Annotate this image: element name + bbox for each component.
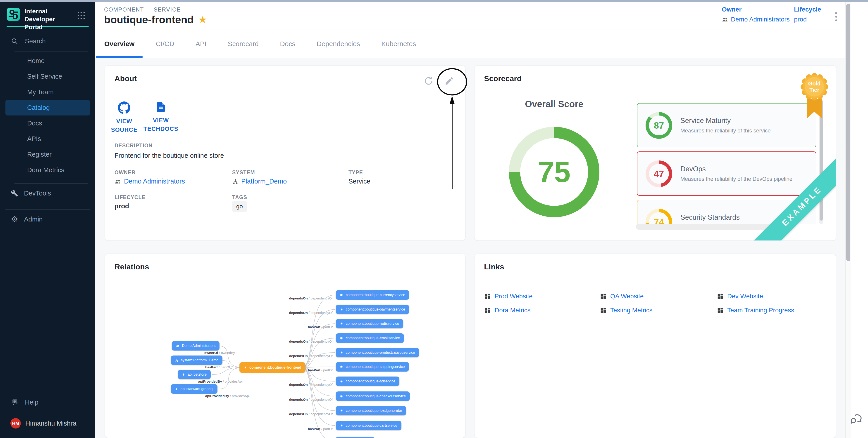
group-icon bbox=[722, 16, 728, 23]
tab-api[interactable]: API bbox=[187, 30, 215, 58]
graph-node-component-boutique-emailservice[interactable]: component:boutique-emailservice bbox=[336, 333, 404, 343]
link-label: Testing Metrics bbox=[610, 307, 653, 314]
link-qa-website[interactable]: QA Website bbox=[600, 292, 717, 301]
graph-node-component-boutique-frontend[interactable]: component:boutique-frontend bbox=[239, 362, 305, 373]
svg-text:Gold: Gold bbox=[808, 80, 821, 87]
graph-node-label: component:boutique-paymentservice bbox=[346, 307, 405, 311]
score-item-name: Service Maturity bbox=[680, 116, 816, 125]
sidebar-item-catalog[interactable]: Catalog bbox=[5, 100, 90, 115]
devtools-label: DevTools bbox=[24, 190, 51, 197]
graph-node-api-petstore[interactable]: api:petstore bbox=[178, 370, 211, 379]
sidebar-item-docs[interactable]: Docs bbox=[5, 115, 90, 131]
tab-kubernetes[interactable]: Kubernetes bbox=[373, 30, 424, 58]
chat-bubbles-icon[interactable] bbox=[849, 412, 864, 427]
sidebar-item-admin[interactable]: ⚙ Admin bbox=[0, 211, 95, 227]
link-dev-website[interactable]: Dev Website bbox=[717, 292, 794, 301]
page-scrollbar[interactable] bbox=[845, 2, 851, 438]
sidebar-item-help[interactable]: ? Help bbox=[11, 398, 95, 406]
score-item-description: Measures the reliability of this service bbox=[680, 128, 816, 134]
score-item-devops[interactable]: 47DevOpsMeasures the reliability of the … bbox=[637, 151, 816, 196]
graph-node-component-boutique-loadgenerator[interactable]: component:boutique-loadgenerator bbox=[336, 406, 406, 415]
graph-node-item[interactable] bbox=[336, 437, 374, 438]
app-logo-icon[interactable] bbox=[7, 8, 20, 21]
system-field-link[interactable]: Platform_Demo bbox=[232, 178, 287, 185]
graph-node-component-boutique-adservice[interactable]: component:boutique-adservice bbox=[336, 376, 399, 386]
github-icon bbox=[118, 101, 130, 114]
graph-node-component-boutique-currencyservice[interactable]: component:boutique-currencyservice bbox=[336, 290, 409, 300]
score-item-service-maturity[interactable]: 87Service MaturityMeasures the reliabili… bbox=[637, 103, 816, 147]
sidebar-user[interactable]: HM Himanshu Mishra bbox=[10, 418, 95, 429]
link-label: QA Website bbox=[610, 293, 644, 300]
link-team-training-progress[interactable]: Team Training Progress bbox=[717, 306, 794, 315]
svg-text:Tier: Tier bbox=[809, 87, 819, 93]
favorite-star-icon[interactable]: ★ bbox=[198, 15, 207, 25]
sidebar-item-devtools[interactable]: DevTools bbox=[0, 185, 95, 201]
dashboard-icon bbox=[600, 293, 607, 300]
graph-node-label: component:boutique-redisservice bbox=[346, 322, 399, 326]
tab-docs[interactable]: Docs bbox=[272, 30, 304, 58]
graph-node-component-boutique-redisservice[interactable]: component:boutique-redisservice bbox=[336, 319, 403, 328]
link-testing-metrics[interactable]: Testing Metrics bbox=[600, 306, 717, 315]
sidebar-item-apis[interactable]: APIs bbox=[5, 131, 90, 147]
system-icon bbox=[232, 178, 239, 184]
sidebar-item-self-service[interactable]: Self Service bbox=[5, 69, 90, 84]
edge-label: hasPart / partOf bbox=[205, 365, 230, 369]
tab-overview[interactable]: Overview bbox=[96, 30, 143, 58]
dashboard-icon bbox=[600, 307, 607, 314]
tab-scorecard[interactable]: Scorecard bbox=[219, 30, 267, 58]
tab-bar: OverviewCI/CDAPIScorecardDocsDependencie… bbox=[95, 30, 868, 58]
lifecycle-label: Lifecycle bbox=[794, 6, 821, 13]
group-icon bbox=[115, 178, 121, 185]
relations-edges bbox=[105, 254, 465, 438]
apps-grid-icon[interactable] bbox=[78, 12, 85, 20]
tab-ci-cd[interactable]: CI/CD bbox=[148, 30, 182, 58]
page-scrollbar-thumb[interactable] bbox=[846, 4, 850, 261]
sidebar-item-my-team[interactable]: My Team bbox=[5, 84, 90, 100]
graph-node-component-boutique-shippingservice[interactable]: component:boutique-shippingservice bbox=[336, 362, 409, 372]
tab-dependencies[interactable]: Dependencies bbox=[309, 30, 368, 58]
about-card-title: About bbox=[115, 74, 137, 83]
graph-node-api-starwars-graphql[interactable]: api:starwars-graphql bbox=[171, 384, 217, 394]
overall-score-label: Overall Score bbox=[509, 99, 599, 109]
link-prod-website[interactable]: Prod Website bbox=[484, 292, 600, 301]
graph-node-component-boutique-paymentservice[interactable]: component:boutique-paymentservice bbox=[336, 305, 409, 314]
sidebar-item-home[interactable]: Home bbox=[5, 53, 90, 69]
graph-node-component-boutique-checkoutservice[interactable]: component:boutique-checkoutservice bbox=[336, 392, 410, 401]
link-label: Dora Metrics bbox=[495, 307, 531, 314]
edit-pencil-icon[interactable] bbox=[444, 75, 455, 86]
graph-node-label: component:boutique-cartservice bbox=[346, 424, 397, 428]
sidebar-item-register[interactable]: Register bbox=[5, 147, 90, 162]
edge-label: apiProvidedBy / providesApi bbox=[205, 394, 250, 398]
graph-node-system-platform-demo[interactable]: system:Platform_Demo bbox=[171, 356, 222, 365]
graph-node-demo-administrators[interactable]: Demo Administrators bbox=[172, 341, 220, 350]
sidebar-search[interactable]: Search bbox=[11, 36, 95, 46]
graph-node-label: component:boutique-frontend bbox=[249, 366, 301, 370]
dashboard-icon bbox=[484, 293, 491, 300]
page-title: boutique-frontend bbox=[104, 13, 194, 26]
edge-label: hasPart / partOf bbox=[308, 427, 333, 431]
view-techdocs-link[interactable]: VIEWTECHDOCS bbox=[144, 101, 178, 133]
gear-icon: ⚙ bbox=[11, 215, 18, 223]
edge-label: dependsOn / dependencyOf bbox=[289, 296, 333, 300]
graph-node-label: Demo Administrators bbox=[182, 344, 216, 348]
view-source-link[interactable]: VIEWSOURCE bbox=[107, 101, 141, 134]
scorecard-horizontal-scrollbar[interactable] bbox=[636, 224, 778, 230]
sidebar-item-dora-metrics[interactable]: Dora Metrics bbox=[5, 162, 90, 178]
owner-link[interactable]: Demo Administrators bbox=[722, 16, 790, 23]
refresh-icon[interactable] bbox=[423, 75, 434, 86]
edge-label: dependsOn / dependencyOf bbox=[289, 398, 333, 401]
tag-chip[interactable]: go bbox=[232, 201, 247, 212]
lifecycle-field-label: LIFECYCLE bbox=[115, 194, 146, 200]
graph-node-component-boutique-cartservice[interactable]: component:boutique-cartservice bbox=[336, 421, 401, 430]
edge-label: dependsOn / dependencyOf bbox=[289, 311, 333, 314]
score-gauge: 47 bbox=[646, 161, 672, 187]
owner-field-link[interactable]: Demo Administrators bbox=[115, 178, 185, 185]
relations-graph: ownerOf / ownedByhasPart / partOfapiProv… bbox=[105, 254, 465, 438]
sidebar: Internal Developer Portal Search HomeSel… bbox=[0, 2, 95, 438]
edge-label: dependsOn / dependencyOf bbox=[289, 339, 333, 343]
more-options-kebab-icon[interactable] bbox=[831, 9, 841, 24]
divider bbox=[14, 183, 88, 183]
graph-node-component-boutique-productcatalogservice[interactable]: component:boutique-productcatalogservice bbox=[336, 348, 419, 357]
lifecycle-field-value: prod bbox=[115, 202, 129, 210]
link-dora-metrics[interactable]: Dora Metrics bbox=[484, 306, 600, 315]
